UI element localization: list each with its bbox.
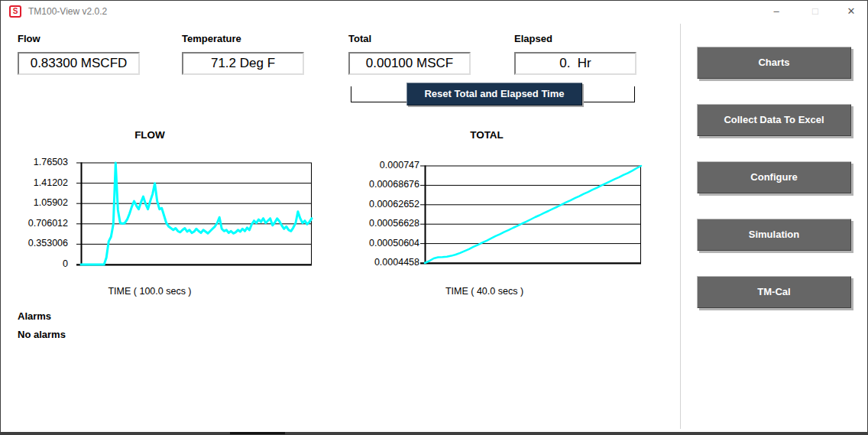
flow-value: 0.83300 MSCFD (18, 52, 140, 75)
close-button[interactable]: ✕ (835, 1, 867, 22)
collect-data-to-excel-button[interactable]: Collect Data To Excel (697, 104, 851, 136)
alarms-status: No alarms (18, 329, 66, 340)
total-chart: TOTAL 0.0007470.000686760.000626520.0005… (360, 129, 666, 309)
y-tick-label: 0.000747 (380, 160, 419, 170)
maximize-button[interactable]: □ (799, 1, 831, 22)
window-bottom-border (1, 432, 867, 434)
y-tick-label: 0.706012 (28, 218, 68, 229)
y-tick-label: 0.00056628 (369, 218, 419, 229)
app-window: S TM100-View v2.0.2 – □ ✕ Flow 0.83300 M… (0, 0, 868, 435)
app-logo-icon: S (9, 5, 21, 18)
y-tick-label: 0 (63, 258, 68, 269)
flow-plot (75, 162, 313, 266)
total-label: Total (348, 33, 371, 44)
simulation-button[interactable]: Simulation (697, 219, 851, 251)
minimize-button[interactable]: – (760, 1, 792, 22)
y-tick-label: 1.41202 (34, 177, 68, 188)
y-tick-label: 1.05902 (34, 197, 68, 208)
title-bar: S TM100-View v2.0.2 – □ ✕ (1, 1, 867, 22)
sidebar-divider (680, 24, 681, 429)
charts-button[interactable]: Charts (697, 47, 851, 79)
flow-chart-title: FLOW (73, 129, 226, 141)
data-series-line (425, 166, 641, 263)
elapsed-value: 0. Hr (514, 52, 636, 75)
total-chart-title: TOTAL (410, 129, 563, 141)
elapsed-label: Elapsed (514, 33, 552, 44)
reset-total-elapsed-button[interactable]: Reset Total and Elapsed Time (406, 83, 582, 106)
window-resize-grip[interactable] (230, 432, 285, 434)
temperature-value: 71.2 Deg F (182, 52, 304, 75)
y-tick-label: 1.76503 (34, 157, 68, 167)
configure-button[interactable]: Configure (697, 161, 851, 193)
tm-cal-button[interactable]: TM-Cal (697, 276, 851, 308)
y-tick-label: 0.00050604 (369, 238, 419, 248)
total-value: 0.00100 MSCF (348, 52, 471, 75)
data-series-line (81, 163, 312, 265)
flow-x-axis-label: TIME ( 100.0 secs ) (73, 286, 226, 297)
y-tick-label: 0.0004458 (374, 257, 419, 268)
temperature-label: Temperature (182, 33, 241, 44)
flow-label: Flow (18, 33, 40, 44)
window-title: TM100-View v2.0.2 (28, 6, 107, 17)
total-x-axis-label: TIME ( 40.0 secs ) (408, 286, 561, 297)
flow-chart: FLOW 1.765031.412021.059020.7060120.3530… (8, 129, 345, 309)
alarms-heading: Alarms (18, 310, 51, 322)
y-tick-label: 0.00062652 (369, 199, 419, 209)
total-plot (419, 165, 643, 265)
y-tick-label: 0.00068676 (369, 179, 419, 190)
y-tick-label: 0.353006 (28, 238, 68, 248)
